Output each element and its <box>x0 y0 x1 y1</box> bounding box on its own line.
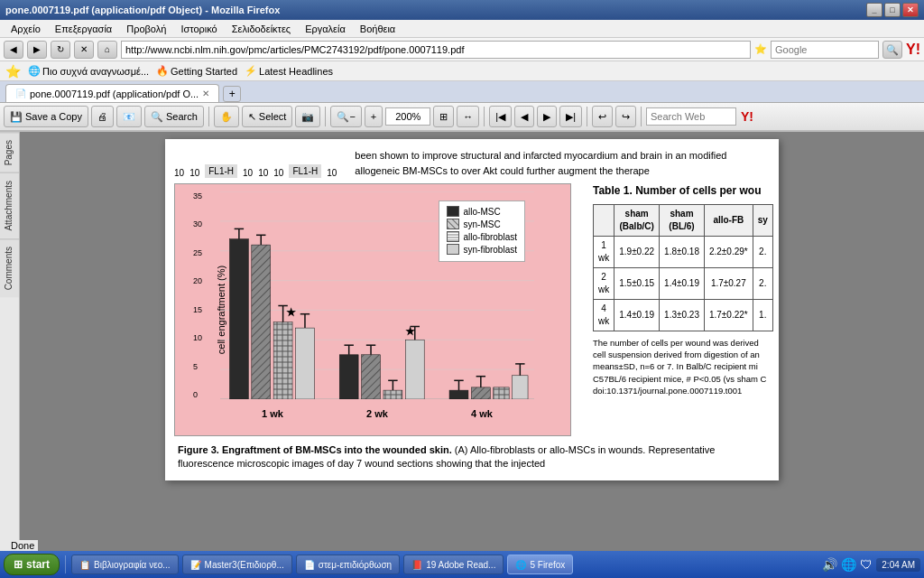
table-cell-1-1: 1.9±0.22 <box>614 236 660 267</box>
taskbar-tray: 🔊 🌐 🛡 2:04 AM <box>822 557 920 572</box>
flow-labels-left: 10 10 FL1-H 10 10 10 FL1-H 10 <box>174 164 337 178</box>
taskbar-item-firefox[interactable]: 🌐 5 Firefox <box>507 555 573 574</box>
menu-help[interactable]: Βοήθεια <box>353 22 402 36</box>
sidebar-pages-tab[interactable]: Pages <box>0 132 19 172</box>
windows-logo-icon: ⊞ <box>14 558 23 571</box>
select-tool-button[interactable]: ↖ Select <box>242 106 293 127</box>
status-done: Done <box>7 540 38 551</box>
menu-tools[interactable]: Εργαλεία <box>298 22 353 36</box>
bookmarks-bar: ⭐ 🌐 Πιο συχνά αναγνωσμέ... 🔥 Getting Sta… <box>0 61 924 81</box>
yahoo-search-icon[interactable]: Y! <box>906 42 920 58</box>
window-controls: _ □ ✕ <box>866 3 919 17</box>
legend-color-syn-msc <box>447 219 459 229</box>
save-copy-button[interactable]: 💾 Save a Copy <box>4 106 88 127</box>
table-cell-2-1: 1.5±0.15 <box>614 267 660 299</box>
tab-icon-pdf: 📄 <box>15 89 26 98</box>
network-icon[interactable]: 🌐 <box>841 557 856 572</box>
menubar: Αρχείο Επεξεργασία Προβολή Ιστορικό Σελι… <box>0 20 924 38</box>
zoom-out-button[interactable]: 🔍− <box>330 106 361 127</box>
nav-last-button[interactable]: ▶| <box>559 106 582 127</box>
right-panel: Table 1. Number of cells per wou sham(Ba… <box>586 183 781 436</box>
tab-bar: 📄 pone.0007119.pdf (application/pdf O...… <box>0 81 924 103</box>
print-button[interactable]: 🖨 <box>91 106 114 127</box>
zoom-in-button[interactable]: + <box>365 106 383 127</box>
pdf-search-web-input[interactable] <box>646 107 736 126</box>
menu-file[interactable]: Αρχείο <box>4 22 48 36</box>
yahoo-button[interactable]: Y! <box>741 109 753 124</box>
legend-syn-msc: syn-MSC <box>447 219 517 229</box>
home-button[interactable]: ⌂ <box>97 41 117 59</box>
table-row: 1 wk 1.9±0.22 1.8±0.18 2.2±0.29* 2. <box>594 236 773 267</box>
table-cell-4-1: 1.4±0.19 <box>614 299 660 331</box>
close-button[interactable]: ✕ <box>902 3 919 17</box>
tab-pdf[interactable]: 📄 pone.0007119.pdf (application/pdf O...… <box>5 84 219 102</box>
window-title: pone.0007119.pdf (application/pdf Object… <box>5 5 866 15</box>
taskbar-item-stem[interactable]: 📄 στεμ-επιδιόρθωση <box>296 555 400 574</box>
nav-next-button[interactable]: ▶ <box>537 106 557 127</box>
reload-button[interactable]: ↻ <box>51 41 70 59</box>
snapshot-button[interactable]: 📷 <box>295 106 320 127</box>
volume-icon[interactable]: 🔊 <box>822 557 837 572</box>
system-clock[interactable]: 2:04 AM <box>876 558 920 572</box>
taskbar-item-adobe[interactable]: 📕 19 Adobe Read... <box>403 555 504 574</box>
search-button[interactable]: 🔍 Search <box>144 106 204 127</box>
svg-rect-34 <box>449 390 468 399</box>
table-cell-1-2: 1.8±0.18 <box>660 236 705 267</box>
search-go-button[interactable]: 🔍 <box>882 41 902 59</box>
minimize-button[interactable]: _ <box>866 3 882 17</box>
svg-text:★: ★ <box>286 306 296 319</box>
menu-view[interactable]: Προβολή <box>119 22 173 36</box>
bookmark-icon-start: 🔥 <box>156 65 169 77</box>
fit-page-button[interactable]: ⊞ <box>433 106 454 127</box>
bookmark-headlines[interactable]: ⚡ Latest Headlines <box>245 65 333 77</box>
svg-rect-11 <box>252 245 271 399</box>
taskbar-item-master[interactable]: 📝 Master3(Επιδιορθ... <box>182 555 292 574</box>
print-icon: 🖨 <box>97 111 107 122</box>
toolbar-separator <box>208 107 209 126</box>
bookmark-icon-news: ⚡ <box>245 65 257 77</box>
security-icon[interactable]: 🛡 <box>860 557 873 572</box>
table-col-sham-bl6: sham(BL/6) <box>660 204 705 236</box>
pdf-top-section: 10 10 FL1-H 10 10 10 FL1-H 10 been shown… <box>174 148 770 178</box>
data-table: sham(Balb/C) sham(BL/6) allo-FB sy 1 wk … <box>593 204 773 331</box>
menu-bookmarks[interactable]: Σελιδοδείκτες <box>225 22 298 36</box>
favicon-area: ⭐ <box>754 43 767 55</box>
next-view-button[interactable]: ↪ <box>615 106 636 127</box>
tab-close-button[interactable]: ✕ <box>202 89 209 98</box>
fit-width-button[interactable]: ↔ <box>457 106 479 127</box>
table-cell-4-4: 1. <box>753 299 772 331</box>
toolbar-separator-3 <box>484 107 485 126</box>
forward-button[interactable]: ▶ <box>27 41 47 59</box>
hand-tool-button[interactable]: ✋ <box>214 106 239 127</box>
taskbar-icon-3: 📄 <box>304 560 315 570</box>
sidebar-comments-tab[interactable]: Comments <box>0 238 19 297</box>
menu-edit[interactable]: Επεξεργασία <box>48 22 119 36</box>
table-cell-2-4: 2. <box>753 267 772 299</box>
previous-view-button[interactable]: ↩ <box>592 106 613 127</box>
legend-allo-msc: allo-MSC <box>447 206 517 217</box>
figure-title: Engraftment of BM-MSCs into the wounded … <box>222 444 452 455</box>
pdf-content-area[interactable]: 10 10 FL1-H 10 10 10 FL1-H 10 been shown… <box>20 132 924 553</box>
menu-history[interactable]: Ιστορικό <box>173 22 224 36</box>
taskbar-item-bibliografy[interactable]: 📋 Βιβλιογραφία νεο... <box>71 555 179 574</box>
maximize-button[interactable]: □ <box>884 3 901 17</box>
sidebar-attachments-tab[interactable]: Attachments <box>0 172 19 238</box>
zoom-level-input[interactable] <box>385 107 430 126</box>
stop-button[interactable]: ✕ <box>74 41 94 59</box>
bookmark-frequent[interactable]: 🌐 Πιο συχνά αναγνωσμέ... <box>28 65 149 77</box>
window-titlebar: pone.0007119.pdf (application/pdf Object… <box>0 0 924 20</box>
address-input[interactable] <box>121 41 751 59</box>
right-text-top: been shown to improve structural and inf… <box>355 148 770 178</box>
nav-prev-button[interactable]: ◀ <box>514 106 534 127</box>
cursor-icon: ↖ <box>248 111 256 123</box>
email-button[interactable]: 📧 <box>116 106 142 127</box>
nav-first-button[interactable]: |◀ <box>489 106 512 127</box>
hand-icon: ✋ <box>220 111 233 123</box>
new-tab-button[interactable]: + <box>223 86 241 102</box>
start-button[interactable]: ⊞ start <box>4 554 60 575</box>
table-cell-2-3: 1.7±0.27 <box>704 267 753 299</box>
search-input[interactable] <box>771 41 879 59</box>
back-button[interactable]: ◀ <box>4 41 23 59</box>
bookmark-getting-started[interactable]: 🔥 Getting Started <box>156 65 237 77</box>
table-cell-week1: 1 wk <box>594 236 614 267</box>
